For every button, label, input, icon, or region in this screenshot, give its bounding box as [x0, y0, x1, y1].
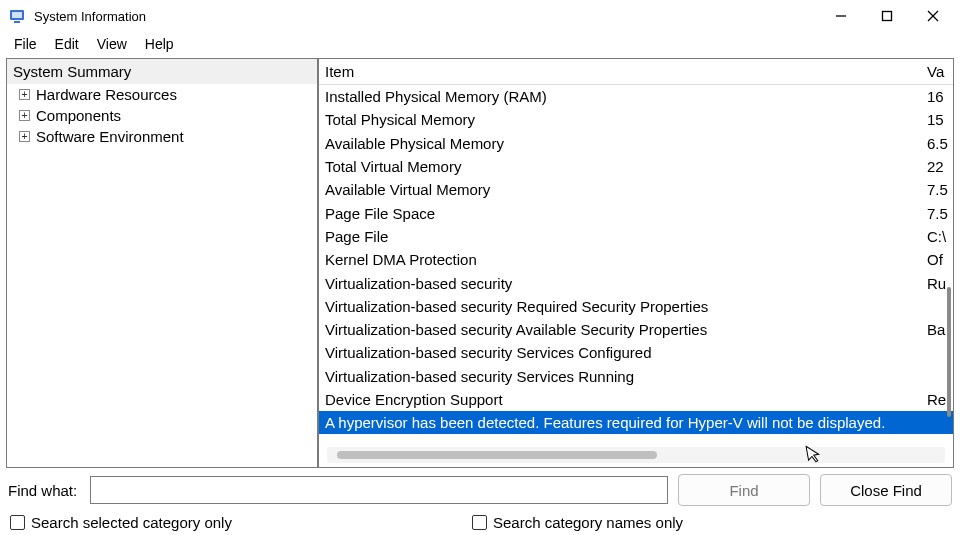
expand-icon[interactable]: +	[19, 131, 30, 142]
list-row[interactable]: Total Virtual Memory22	[319, 155, 953, 178]
column-header-item[interactable]: Item	[319, 61, 925, 82]
cell-item: Installed Physical Memory (RAM)	[319, 88, 925, 105]
menu-file[interactable]: File	[6, 34, 45, 54]
cell-item: Page File	[319, 228, 925, 245]
svg-rect-2	[14, 21, 20, 23]
app-icon	[8, 7, 26, 25]
find-bar: Find what: Find Close Find Search select…	[0, 468, 960, 531]
cell-item: Total Virtual Memory	[319, 158, 925, 175]
cell-item: Device Encryption Support	[319, 391, 925, 408]
list-row[interactable]: Virtualization-based security Available …	[319, 318, 953, 341]
cell-item: Virtualization-based security Available …	[319, 321, 925, 338]
list-row[interactable]: Installed Physical Memory (RAM)16	[319, 85, 953, 108]
minimize-button[interactable]	[818, 1, 864, 31]
menu-edit[interactable]: Edit	[47, 34, 87, 54]
vertical-scrollbar[interactable]	[943, 87, 953, 447]
cell-item: Kernel DMA Protection	[319, 251, 925, 268]
find-button[interactable]: Find	[678, 474, 810, 506]
details-list: Item Va Installed Physical Memory (RAM)1…	[318, 58, 954, 468]
checkbox-search-selected-category[interactable]: Search selected category only	[10, 514, 232, 531]
list-row[interactable]: A hypervisor has been detected. Features…	[319, 411, 953, 434]
list-row[interactable]: Virtualization-based security Services C…	[319, 341, 953, 364]
horizontal-scrollbar-thumb[interactable]	[337, 451, 657, 459]
cell-item: Page File Space	[319, 205, 925, 222]
checkbox-label: Search category names only	[493, 514, 683, 531]
close-button[interactable]	[910, 1, 956, 31]
tree-item-label: Software Environment	[36, 128, 184, 145]
expand-icon[interactable]: +	[19, 110, 30, 121]
cell-item: A hypervisor has been detected. Features…	[319, 414, 925, 431]
list-header: Item Va	[319, 59, 953, 85]
svg-rect-1	[12, 12, 22, 18]
title-bar: System Information	[0, 0, 960, 32]
cell-item: Virtualization-based security Required S…	[319, 298, 925, 315]
list-row[interactable]: Page FileC:\	[319, 225, 953, 248]
list-body[interactable]: Installed Physical Memory (RAM)16Total P…	[319, 85, 953, 444]
list-row[interactable]: Virtualization-based security Required S…	[319, 295, 953, 318]
cell-item: Virtualization-based security Services R…	[319, 368, 925, 385]
list-row[interactable]: Device Encryption SupportRe	[319, 388, 953, 411]
content-area: System Summary + Hardware Resources + Co…	[0, 58, 960, 468]
checkbox-icon[interactable]	[472, 515, 487, 530]
list-row[interactable]: Virtualization-based security Services R…	[319, 365, 953, 388]
tree-root-system-summary[interactable]: System Summary	[7, 59, 317, 84]
tree-item-label: Components	[36, 107, 121, 124]
maximize-button[interactable]	[864, 1, 910, 31]
column-header-value[interactable]: Va	[925, 61, 953, 82]
menu-view[interactable]: View	[89, 34, 135, 54]
window-title: System Information	[34, 9, 146, 24]
cell-item: Virtualization-based security	[319, 275, 925, 292]
menu-help[interactable]: Help	[137, 34, 182, 54]
cell-item: Available Virtual Memory	[319, 181, 925, 198]
tree-item-components[interactable]: + Components	[7, 105, 317, 126]
tree-item-label: Hardware Resources	[36, 86, 177, 103]
horizontal-scrollbar[interactable]	[327, 447, 945, 463]
svg-rect-4	[883, 12, 892, 21]
checkbox-search-category-names[interactable]: Search category names only	[472, 514, 683, 531]
list-row[interactable]: Virtualization-based securityRu	[319, 271, 953, 294]
vertical-scrollbar-thumb[interactable]	[947, 287, 951, 417]
menu-bar: File Edit View Help	[0, 32, 960, 58]
tree-item-hardware-resources[interactable]: + Hardware Resources	[7, 84, 317, 105]
cell-item: Virtualization-based security Services C…	[319, 344, 925, 361]
list-row[interactable]: Available Physical Memory6.5	[319, 132, 953, 155]
tree-item-software-environment[interactable]: + Software Environment	[7, 126, 317, 147]
list-row[interactable]: Total Physical Memory15	[319, 108, 953, 131]
checkbox-label: Search selected category only	[31, 514, 232, 531]
cell-item: Available Physical Memory	[319, 135, 925, 152]
list-row[interactable]: Page File Space7.5	[319, 201, 953, 224]
cell-item: Total Physical Memory	[319, 111, 925, 128]
list-row[interactable]: Kernel DMA ProtectionOf	[319, 248, 953, 271]
checkbox-icon[interactable]	[10, 515, 25, 530]
expand-icon[interactable]: +	[19, 89, 30, 100]
close-find-button[interactable]: Close Find	[820, 474, 952, 506]
find-input[interactable]	[90, 476, 668, 504]
list-row[interactable]: Available Virtual Memory7.5	[319, 178, 953, 201]
find-label: Find what:	[8, 482, 80, 499]
category-tree[interactable]: System Summary + Hardware Resources + Co…	[6, 58, 318, 468]
